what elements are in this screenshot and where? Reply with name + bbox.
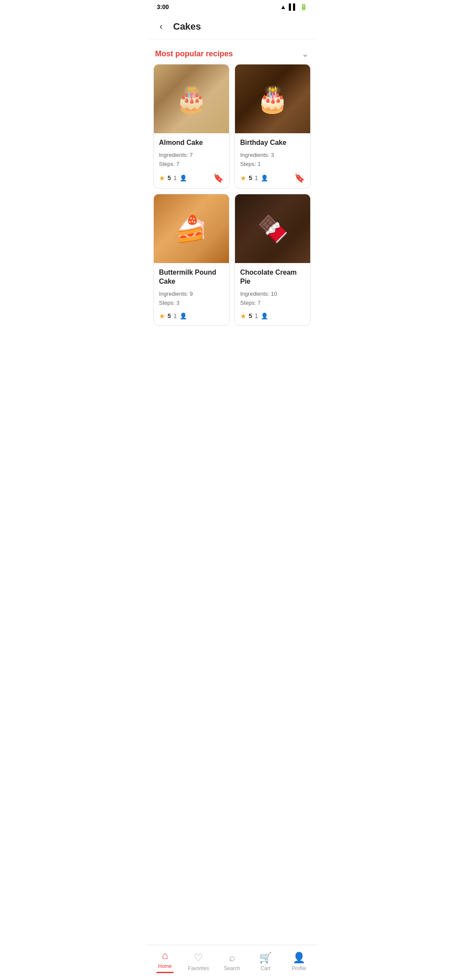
user-count: 1: [174, 175, 177, 181]
nav-item-profile[interactable]: 👤 Profile: [282, 952, 316, 971]
recipe-footer: ★ 5 1 👤 🔖: [159, 173, 224, 183]
user-icon: 👤: [261, 312, 268, 319]
nav-item-home[interactable]: ⌂ Home: [148, 949, 182, 973]
recipe-card-almond-cake[interactable]: Almond Cake Ingredients: 7Steps: 7 ★ 5 1…: [153, 64, 229, 189]
section-title: Most popular recipes: [155, 49, 233, 58]
back-button[interactable]: ‹: [153, 18, 170, 35]
recipe-footer: ★ 5 1 👤: [159, 312, 224, 320]
page-title: Cakes: [173, 21, 201, 32]
wifi-icon: ▲: [280, 3, 286, 10]
user-icon: 👤: [180, 175, 187, 181]
heart-icon: ♡: [194, 952, 203, 964]
recipe-image-birthday-cake: [235, 64, 310, 133]
battery-icon: 🔋: [300, 3, 307, 10]
recipe-info-almond-cake: Almond Cake Ingredients: 7Steps: 7 ★ 5 1…: [154, 133, 229, 188]
recipe-details: Ingredients: 10Steps: 7: [240, 290, 305, 308]
signal-icon: ▌▌: [289, 3, 297, 10]
recipe-name: Almond Cake: [159, 138, 224, 147]
rating-value: 5: [249, 312, 252, 319]
recipe-info-buttermilk-pound-cake: Buttermilk Pound Cake Ingredients: 9Step…: [154, 263, 229, 325]
recipe-card-birthday-cake[interactable]: Birthday Cake Ingredients: 3Steps: 1 ★ 5…: [235, 64, 311, 189]
search-icon: ⌕: [229, 952, 235, 964]
rating-section: ★ 5 1 👤: [240, 174, 268, 182]
recipe-info-chocolate-cream-pie: Chocolate Cream Pie Ingredients: 10Steps…: [235, 263, 310, 325]
user-count: 1: [255, 312, 258, 319]
chevron-down-icon[interactable]: ⌄: [302, 49, 309, 59]
recipe-name: Buttermilk Pound Cake: [159, 268, 224, 286]
recipe-info-birthday-cake: Birthday Cake Ingredients: 3Steps: 1 ★ 5…: [235, 133, 310, 188]
rating-section: ★ 5 1 👤: [159, 312, 187, 320]
user-count: 1: [255, 175, 258, 181]
star-icon: ★: [240, 312, 246, 320]
nav-label-cart: Cart: [261, 965, 271, 971]
recipe-details: Ingredients: 9Steps: 3: [159, 290, 224, 308]
recipe-grid: Almond Cake Ingredients: 7Steps: 7 ★ 5 1…: [148, 64, 316, 369]
bottom-nav: ⌂ Home ♡ Favorites ⌕ Search 🛒 Cart 👤 Pro…: [148, 945, 316, 980]
nav-item-favorites[interactable]: ♡ Favorites: [182, 952, 215, 971]
recipe-footer: ★ 5 1 👤 🔖: [240, 173, 305, 183]
rating-value: 5: [168, 175, 171, 181]
back-icon: ‹: [159, 21, 162, 32]
status-bar: 3:00 ▲ ▌▌ 🔋: [148, 0, 316, 14]
user-icon: 👤: [180, 312, 187, 319]
recipe-image-almond-cake: [154, 64, 229, 133]
recipe-card-buttermilk-pound-cake[interactable]: Buttermilk Pound Cake Ingredients: 9Step…: [153, 194, 229, 325]
user-count: 1: [174, 312, 177, 319]
rating-section: ★ 5 1 👤: [159, 174, 187, 182]
bookmark-button[interactable]: 🔖: [294, 173, 305, 183]
bookmark-button[interactable]: 🔖: [213, 173, 224, 183]
nav-item-search[interactable]: ⌕ Search: [215, 952, 249, 971]
recipe-card-chocolate-cream-pie[interactable]: Chocolate Cream Pie Ingredients: 10Steps…: [235, 194, 311, 325]
nav-label-favorites: Favorites: [188, 965, 209, 971]
section-header: Most popular recipes ⌄: [148, 40, 316, 64]
nav-label-profile: Profile: [292, 965, 306, 971]
home-icon: ⌂: [162, 949, 168, 962]
recipe-footer: ★ 5 1 👤: [240, 312, 305, 320]
time: 3:00: [157, 3, 169, 10]
star-icon: ★: [159, 312, 165, 320]
recipe-name: Chocolate Cream Pie: [240, 268, 305, 286]
profile-icon: 👤: [293, 952, 305, 964]
user-icon: 👤: [261, 175, 268, 181]
nav-active-indicator: [156, 972, 174, 973]
recipe-details: Ingredients: 7Steps: 7: [159, 151, 224, 169]
recipe-name: Birthday Cake: [240, 138, 305, 147]
recipe-image-chocolate-cream-pie: [235, 194, 310, 263]
cart-icon: 🛒: [259, 952, 272, 964]
nav-label-home: Home: [158, 963, 172, 969]
status-icons: ▲ ▌▌ 🔋: [280, 3, 307, 10]
star-icon: ★: [159, 174, 165, 182]
rating-value: 5: [249, 175, 252, 181]
page-header: ‹ Cakes: [148, 14, 316, 40]
rating-section: ★ 5 1 👤: [240, 312, 268, 320]
recipe-details: Ingredients: 3Steps: 1: [240, 151, 305, 169]
rating-value: 5: [168, 312, 171, 319]
star-icon: ★: [240, 174, 246, 182]
nav-item-cart[interactable]: 🛒 Cart: [249, 952, 282, 971]
nav-label-search: Search: [224, 965, 240, 971]
recipe-image-buttermilk-pound-cake: [154, 194, 229, 263]
